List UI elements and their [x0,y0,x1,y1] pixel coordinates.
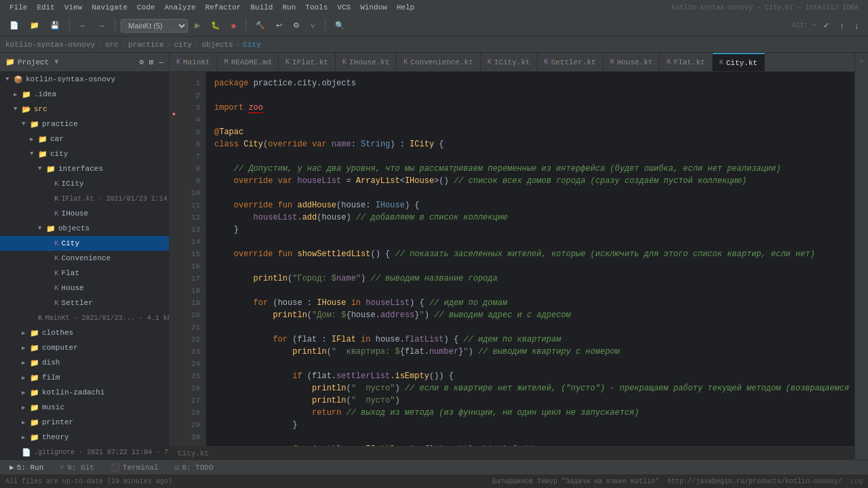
tree-item-film[interactable]: ▶ 📁 film [0,370,169,385]
folder-icon: 📁 [30,433,39,442]
tree-item-house[interactable]: K House [0,281,169,296]
menu-run[interactable]: Run [278,2,300,13]
run-config-dropdown[interactable]: MainKt (5) [121,19,188,33]
tree-item-idea[interactable]: ▶ 📁 .idea [0,87,169,102]
tab-house[interactable]: K House.kt [604,53,660,71]
push-button[interactable]: ↑ [836,20,848,31]
tree-item-root[interactable]: ▼ 📦 kotlin-syntax-osnovy [0,72,169,87]
sidebar-title: Project [18,58,49,66]
undo-button[interactable]: ↩ [272,20,286,31]
tree-item-gitignore[interactable]: 📄 .gitignore · 2021 07:22 11:04 · 7 kb ·… [0,445,169,460]
git-tab[interactable]: ⑂ 9: Git [56,462,98,473]
save-button[interactable]: 💾 [46,20,64,31]
expand-all-icon[interactable]: ⊞ [149,58,154,66]
crumb-root[interactable]: kotlin-syntax-osnovy [5,41,95,49]
menu-window[interactable]: Window [356,2,391,13]
tree-item-clothes[interactable]: ▶ 📁 clothes [0,325,169,340]
menu-analyze[interactable]: Analyze [160,2,199,13]
tree-item-flat[interactable]: K Flat [0,266,169,281]
crumb-city[interactable]: city [174,41,191,49]
gutter-row [170,121,178,133]
tab-convenience[interactable]: K Convenience.kt [397,53,480,71]
right-sidebar: ≡ [854,53,868,460]
tree-item-city[interactable]: ▼ 📁 city [0,146,169,161]
tree-item-icity[interactable]: K ICity [0,176,169,191]
arrow-icon: ▼ [30,150,38,157]
stop-button[interactable]: ■ [227,20,240,31]
close-sidebar-icon[interactable]: — [159,58,163,66]
open-button[interactable]: 📁 [26,20,43,31]
tab-settler[interactable]: K Settler.kt [538,53,604,71]
todo-tab[interactable]: ☑ 6: TODO [171,462,218,473]
code-text[interactable]: package practice.city.objects import zoo… [206,72,854,446]
tab-readme[interactable]: M README.md [218,53,279,71]
project-dropdown-arrow[interactable]: ▼ [54,58,58,66]
left-gutter: ● [170,72,179,446]
file-tabs: K MainKt M README.md K IFlat.kt K IHouse… [170,53,854,72]
run-tab[interactable]: ▶ 5: Run [5,462,47,473]
settings-button[interactable]: ⚙ [289,20,304,31]
tree-item-practice[interactable]: ▼ 📁 practice [0,117,169,131]
tree-item-kotlin-zadachi[interactable]: ▶ 📁 kotlin-zadachi [0,385,169,400]
build-button[interactable]: 🔨 [252,20,269,31]
gutter-breakpoint[interactable]: ● [170,108,178,121]
checkmark-button[interactable]: ✓ [819,20,833,31]
crumb-city-kt[interactable]: City [243,41,260,49]
arrow-icon: ▼ [38,165,46,172]
tree-item-src[interactable]: ▼ 📂 src [0,102,169,117]
menu-vcs[interactable]: VCS [333,2,355,13]
tree-item-dish[interactable]: ▶ 📁 dish [0,355,169,370]
right-sidebar-toggle[interactable]: ≡ [856,56,867,66]
crumb-objects[interactable]: objects [202,41,233,49]
tree-item-computer[interactable]: ▶ 📁 computer [0,340,169,355]
pull-button[interactable]: ↓ [851,20,863,31]
tree-item-objects[interactable]: ▼ 📁 objects [0,221,169,236]
menu-view[interactable]: View [60,2,86,13]
terminal-tab[interactable]: ⬛ Terminal [106,462,163,473]
tree-item-iflat[interactable]: K IFlat.kt · 2021/01/23 1:14:56 · 2 comm… [0,191,169,206]
forward-button[interactable]: → [94,20,109,31]
tab-city-kt[interactable]: K City.kt [713,53,765,71]
menu-navigate[interactable]: Navigate [87,2,132,13]
tree-label: House [62,284,84,292]
crumb-practice[interactable]: practice [128,41,164,49]
tree-label: clothes [42,329,73,337]
new-file-button[interactable]: 📄 [5,20,23,31]
tree-item-settler[interactable]: K Settler [0,296,169,310]
tree-item-convenience[interactable]: K Convenience [0,251,169,266]
tab-ihouse[interactable]: K IHouse.kt [336,53,397,71]
menu-help[interactable]: Help [393,2,418,13]
menu-refactor[interactable]: Refactor [201,2,245,13]
tab-icity[interactable]: K ICity.kt [481,53,538,71]
todo-icon: ☑ [175,463,180,472]
gutter-row [170,96,178,108]
gear-icon[interactable]: ⚙ [139,58,144,66]
tab-flat[interactable]: K Flat.kt [660,53,712,71]
arrow-icon: ▼ [38,225,46,232]
tree-item-city-kt[interactable]: K City [0,236,169,251]
tab-mainkt[interactable]: K MainKt [170,53,218,71]
back-button[interactable]: ← [75,20,91,31]
folder-icon: 📁 [30,344,39,352]
search-everywhere-button[interactable]: 🔍 [331,20,349,31]
tree-item-printer[interactable]: ▶ 📁 printer [0,415,169,430]
tree-item-car[interactable]: ▶ 📁 car [0,131,169,146]
menu-file[interactable]: File [5,2,31,13]
debug-button[interactable]: 🐛 [207,20,224,31]
tree-item-interfaces[interactable]: ▼ 📁 interfaces [0,161,169,176]
menu-edit[interactable]: Edit [33,2,58,13]
arrow-icon: ▶ [22,404,30,411]
tab-iflat[interactable]: K IFlat.kt [279,53,336,71]
tree-item-ihouse[interactable]: K IHouse [0,206,169,221]
run-button[interactable]: ▶ [191,20,204,31]
menu-build[interactable]: Build [246,2,277,13]
menu-tools[interactable]: Tools [301,2,332,13]
tree-item-music[interactable]: ▶ 📁 music [0,400,169,415]
tree-item-theory[interactable]: ▶ 📁 theory [0,430,169,445]
menu-code[interactable]: Code [133,2,159,13]
kt-file-icon: K [54,209,59,218]
git-button[interactable]: ⑂ [307,20,319,31]
tree-item-mainkt[interactable]: K MainKt · 2021/01/23... · 4.1 kb ·9h [0,310,169,325]
crumb-src[interactable]: src [105,41,119,49]
git-label: 9: Git [67,464,94,472]
